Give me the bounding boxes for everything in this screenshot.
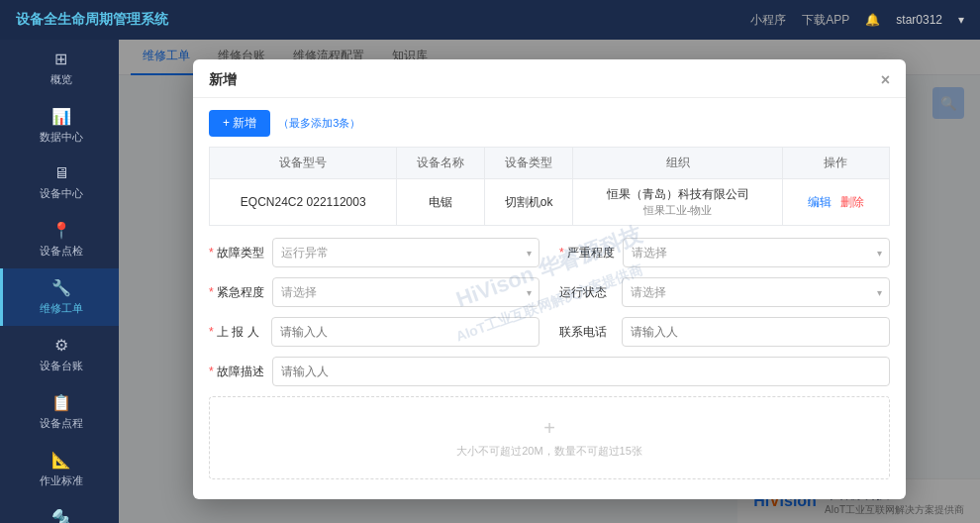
sidebar-label-device-path: 设备点程	[40, 416, 83, 431]
form-item-fault-type: 故障类型 运行异常	[209, 238, 539, 267]
form-item-urgency: 紧急程度 请选择	[209, 277, 539, 307]
sidebar-label-overview: 概览	[50, 72, 72, 87]
cell-model: EQCN24C2 022112003	[210, 179, 397, 226]
label-urgency: 紧急程度	[209, 284, 264, 301]
add-btn-row: + 新增 （最多添加3条）	[209, 110, 890, 137]
user-label[interactable]: star0312	[896, 13, 942, 27]
label-run-status: 运行状态	[559, 284, 614, 301]
sidebar-icon-device-setup: ⚙	[54, 336, 68, 355]
main-layout: ⊞ 概览 📊 数据中心 🖥 设备中心 📍 设备点检 🔧 维修工单 ⚙ 设备台账 …	[0, 40, 980, 523]
sidebar-label-device-setup: 设备台账	[40, 359, 83, 373]
select-urgency-wrapper: 请选择	[272, 277, 539, 307]
sidebar: ⊞ 概览 📊 数据中心 🖥 设备中心 📍 设备点检 🔧 维修工单 ⚙ 设备台账 …	[0, 40, 119, 523]
download-app-link[interactable]: 下载APP	[802, 12, 849, 29]
label-fault-type: 故障类型	[209, 245, 264, 262]
table-row: EQCN24C2 022112003 电锯 切割机ok 恒果（青岛）科技有限公司…	[210, 179, 890, 226]
input-fault-desc[interactable]	[272, 357, 890, 386]
form-item-contact: 联系电话	[559, 317, 890, 347]
modal-title: 新增	[209, 71, 237, 89]
sidebar-label-device-center: 设备中心	[40, 186, 83, 201]
sidebar-label-data-center: 数据中心	[40, 130, 83, 145]
add-hint-text: （最多添加3条）	[278, 116, 360, 131]
upload-area[interactable]: + 大小不可超过20M，数量不可超过15张	[209, 396, 890, 479]
col-model: 设备型号	[210, 148, 397, 179]
sidebar-item-overview[interactable]: ⊞ 概览	[0, 40, 119, 97]
add-device-button[interactable]: + 新增	[209, 110, 270, 137]
label-contact: 联系电话	[559, 324, 614, 341]
delete-link[interactable]: 删除	[840, 195, 864, 209]
form-item-severity: 严重程度 请选择	[559, 238, 890, 267]
upload-hint: 大小不可超过20M，数量不可超过15张	[456, 444, 642, 459]
col-name: 设备名称	[397, 148, 484, 179]
col-type: 设备类型	[484, 148, 572, 179]
select-run-status-wrapper: 请选择	[622, 277, 890, 307]
sidebar-item-work-std[interactable]: 📐 作业标准	[0, 441, 119, 498]
sidebar-item-device-center[interactable]: 🖥 设备中心	[0, 155, 119, 211]
input-contact[interactable]	[622, 317, 890, 347]
sidebar-icon-spare-parts: 🔩	[51, 508, 71, 523]
table-header-row: 设备型号 设备名称 设备类型 组织 操作	[210, 148, 890, 179]
cell-type: 切割机ok	[484, 179, 572, 226]
select-severity[interactable]: 请选择	[623, 238, 890, 267]
cell-action: 编辑 删除	[782, 179, 889, 226]
sidebar-icon-repair: 🔧	[51, 278, 71, 297]
select-fault-type[interactable]: 运行异常	[272, 238, 539, 267]
sidebar-icon-work-std: 📐	[51, 451, 71, 470]
sidebar-label-repair: 维修工单	[40, 301, 83, 316]
form-grid: 故障类型 运行异常 严重程度 请选择	[209, 238, 890, 386]
app-title: 设备全生命周期管理系统	[16, 11, 168, 29]
modal-body: + 新增 （最多添加3条） 设备型号 设备名称 设备类型 组织 操作	[193, 98, 906, 499]
bell-icon[interactable]: 🔔	[865, 13, 880, 27]
sidebar-icon-device-path: 📋	[51, 393, 71, 412]
top-bar-right: 小程序 下载APP 🔔 star0312 ▾	[750, 12, 964, 29]
sidebar-label-work-std: 作业标准	[40, 473, 83, 488]
sidebar-item-spare-parts[interactable]: 🔩 备品备件	[0, 498, 119, 523]
form-item-reporter: 上 报 人	[209, 317, 539, 347]
select-fault-type-wrapper: 运行异常	[272, 238, 539, 267]
sidebar-icon-overview: ⊞	[54, 50, 67, 68]
modal-dialog: 新增 × + 新增 （最多添加3条） 设备型号	[193, 59, 906, 499]
device-table: 设备型号 设备名称 设备类型 组织 操作 EQCN24C2 022112003 …	[209, 147, 890, 226]
edit-link[interactable]: 编辑	[808, 195, 832, 209]
upload-plus-icon: +	[543, 417, 555, 440]
sidebar-item-device-spot[interactable]: 📍 设备点检	[0, 211, 119, 268]
sidebar-label-device-spot: 设备点检	[40, 244, 83, 259]
select-run-status[interactable]: 请选择	[622, 277, 890, 307]
caret-icon: ▾	[958, 13, 964, 27]
cell-name: 电锯	[397, 179, 484, 226]
label-severity: 严重程度	[559, 245, 615, 262]
sidebar-icon-data-center: 📊	[51, 107, 71, 126]
label-fault-desc: 故障描述	[209, 364, 264, 380]
top-bar: 设备全生命周期管理系统 小程序 下载APP 🔔 star0312 ▾	[0, 0, 980, 40]
form-item-run-status: 运行状态 请选择	[559, 277, 890, 307]
col-org: 组织	[573, 148, 783, 179]
sidebar-icon-device-center: 🖥	[53, 164, 69, 182]
sidebar-icon-device-spot: 📍	[51, 221, 71, 240]
label-reporter: 上 报 人	[209, 324, 263, 341]
main-content: 维修工单维修台账维修流程配置知识库 🔍 新增 × + 新增	[119, 40, 980, 523]
modal-backdrop: 新增 × + 新增 （最多添加3条） 设备型号	[119, 40, 980, 523]
modal-close-button[interactable]: ×	[881, 72, 890, 88]
col-action: 操作	[782, 148, 889, 179]
input-reporter[interactable]	[271, 317, 539, 347]
modal-header: 新增 ×	[193, 59, 906, 98]
select-urgency[interactable]: 请选择	[272, 277, 539, 307]
sidebar-item-device-setup[interactable]: ⚙ 设备台账	[0, 326, 119, 383]
mini-program-link[interactable]: 小程序	[750, 12, 786, 29]
sidebar-item-data-center[interactable]: 📊 数据中心	[0, 97, 119, 155]
select-severity-wrapper: 请选择	[623, 238, 890, 267]
sidebar-item-repair[interactable]: 🔧 维修工单	[0, 268, 119, 326]
cell-org: 恒果（青岛）科技有限公司恒果工业-物业	[573, 179, 783, 226]
sidebar-item-device-path[interactable]: 📋 设备点程	[0, 383, 119, 441]
form-item-fault-desc: 故障描述	[209, 357, 890, 386]
